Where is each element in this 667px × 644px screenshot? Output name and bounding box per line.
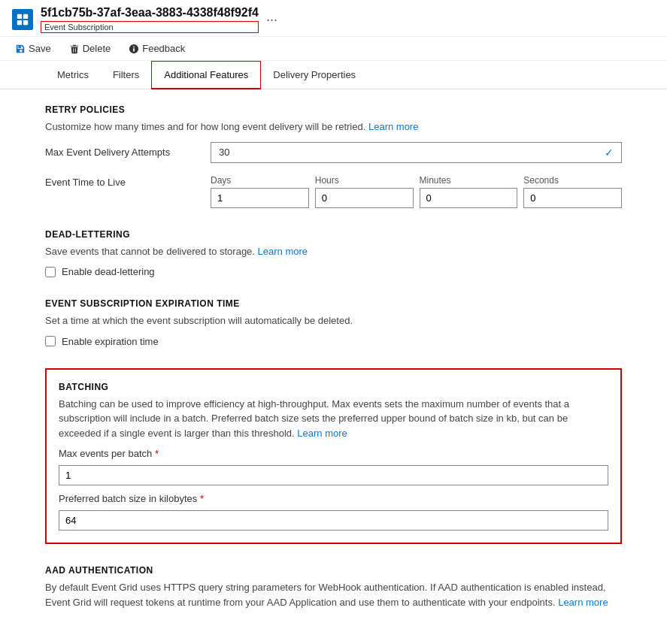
expiration-desc: Set a time at which the event subscripti… (45, 313, 622, 328)
retry-desc: Customize how many times and for how lon… (45, 119, 622, 135)
expiration-title: EVENT SUBSCRIPTION EXPIRATION TIME (45, 298, 622, 309)
batching-section: BATCHING Batching can be used to improve… (45, 368, 622, 545)
delete-label: Delete (83, 43, 111, 54)
more-options-icon[interactable]: ··· (266, 12, 277, 28)
deadletter-checkbox-row: Enable dead-lettering (45, 266, 622, 277)
feedback-label: Feedback (142, 43, 185, 54)
max-attempts-label: Max Event Delivery Attempts (45, 142, 211, 158)
hours-label: Hours (315, 175, 414, 186)
max-events-field: Max events per batch * (59, 448, 608, 485)
days-field-group: Days (211, 175, 309, 208)
expiration-checkbox[interactable] (45, 336, 56, 346)
title-area: 5f1cb75b-37af-3eaa-3883-4338f48f92f4 Eve… (41, 6, 259, 33)
feedback-button[interactable]: Feedback (126, 41, 188, 56)
retry-title: RETRY POLICIES (45, 104, 622, 115)
tabs-bar: Metrics Filters Additional Features Deli… (0, 61, 667, 89)
toolbar: Save Delete Feedback (0, 37, 667, 61)
delete-button[interactable]: Delete (66, 41, 114, 56)
preferred-size-label: Preferred batch size in kilobytes * (59, 493, 608, 504)
minutes-field-group: Minutes (420, 175, 518, 208)
retry-desc-text: Customize how many times and for how lon… (45, 121, 365, 132)
deadletter-checkbox[interactable] (45, 267, 56, 277)
save-label: Save (29, 43, 51, 54)
save-icon (15, 44, 26, 54)
expiration-checkbox-row: Enable expiration time (45, 336, 622, 347)
tab-filters[interactable]: Filters (101, 61, 151, 89)
tab-metrics[interactable]: Metrics (45, 61, 101, 89)
seconds-field-group: Seconds (523, 175, 622, 208)
preferred-size-required: * (200, 493, 204, 504)
save-button[interactable]: Save (12, 41, 54, 56)
delete-icon (69, 44, 80, 54)
days-label: Days (211, 175, 309, 186)
event-time-label: Event Time to Live (45, 172, 211, 188)
deadletter-desc-text: Save events that cannot be delivered to … (45, 246, 255, 257)
deadletter-desc: Save events that cannot be delivered to … (45, 244, 622, 259)
check-icon: ✓ (605, 147, 614, 159)
batching-title: BATCHING (59, 382, 608, 392)
aad-section: AAD AUTHENTICATION By default Event Grid… (45, 565, 622, 609)
deadletter-checkbox-label: Enable dead-lettering (62, 266, 155, 277)
max-attempts-dropdown[interactable]: 30 ✓ (211, 142, 622, 163)
max-events-required: * (155, 448, 159, 459)
aad-desc: By default Event Grid uses HTTPS query s… (45, 580, 622, 609)
deadletter-title: DEAD-LETTERING (45, 229, 622, 240)
main-content: RETRY POLICIES Customize how many times … (0, 89, 667, 644)
aad-learn-more[interactable]: Learn more (558, 597, 608, 608)
resource-icon (12, 9, 33, 30)
time-fields: Days Hours Minutes Seconds (211, 175, 622, 208)
preferred-size-field: Preferred batch size in kilobytes * (59, 493, 608, 531)
max-attempts-control: 30 ✓ (211, 142, 622, 163)
max-events-input[interactable] (59, 465, 608, 485)
minutes-label: Minutes (420, 175, 518, 186)
deadletter-learn-more[interactable]: Learn more (258, 246, 308, 257)
expiration-checkbox-label: Enable expiration time (62, 336, 159, 347)
feedback-icon (129, 44, 139, 54)
deadletter-section: DEAD-LETTERING Save events that cannot b… (45, 229, 622, 278)
event-time-row: Event Time to Live Days Hours Minutes (45, 172, 622, 208)
batching-learn-more[interactable]: Learn more (297, 428, 347, 439)
minutes-input[interactable] (420, 188, 518, 208)
preferred-size-input[interactable] (59, 510, 608, 531)
retry-learn-more[interactable]: Learn more (368, 121, 418, 132)
seconds-input[interactable] (523, 188, 622, 208)
aad-desc-text: By default Event Grid uses HTTPS query s… (45, 582, 606, 608)
tab-additional-features[interactable]: Additional Features (151, 61, 261, 89)
svg-rect-3 (23, 20, 28, 25)
hours-input[interactable] (315, 188, 414, 208)
time-fields-area: Days Hours Minutes Seconds (211, 172, 622, 208)
tab-delivery-properties[interactable]: Delivery Properties (261, 61, 368, 89)
retry-section: RETRY POLICIES Customize how many times … (45, 104, 622, 208)
top-bar: 5f1cb75b-37af-3eaa-3883-4338f48f92f4 Eve… (0, 0, 667, 37)
expiration-desc-text: Set a time at which the event subscripti… (45, 315, 353, 326)
seconds-label: Seconds (523, 175, 622, 186)
max-attempts-value: 30 (219, 147, 229, 158)
expiration-section: EVENT SUBSCRIPTION EXPIRATION TIME Set a… (45, 298, 622, 347)
svg-rect-2 (17, 20, 22, 25)
svg-rect-0 (17, 14, 22, 19)
svg-rect-1 (23, 14, 28, 19)
max-events-label: Max events per batch * (59, 448, 608, 459)
max-attempts-row: Max Event Delivery Attempts 30 ✓ (45, 142, 622, 163)
resource-title: 5f1cb75b-37af-3eaa-3883-4338f48f92f4 (41, 6, 259, 20)
batching-desc: Batching can be used to improve efficien… (59, 397, 608, 441)
resource-subtitle: Event Subscription (41, 21, 259, 33)
hours-field-group: Hours (315, 175, 414, 208)
days-input[interactable] (211, 188, 309, 208)
aad-title: AAD AUTHENTICATION (45, 565, 622, 576)
